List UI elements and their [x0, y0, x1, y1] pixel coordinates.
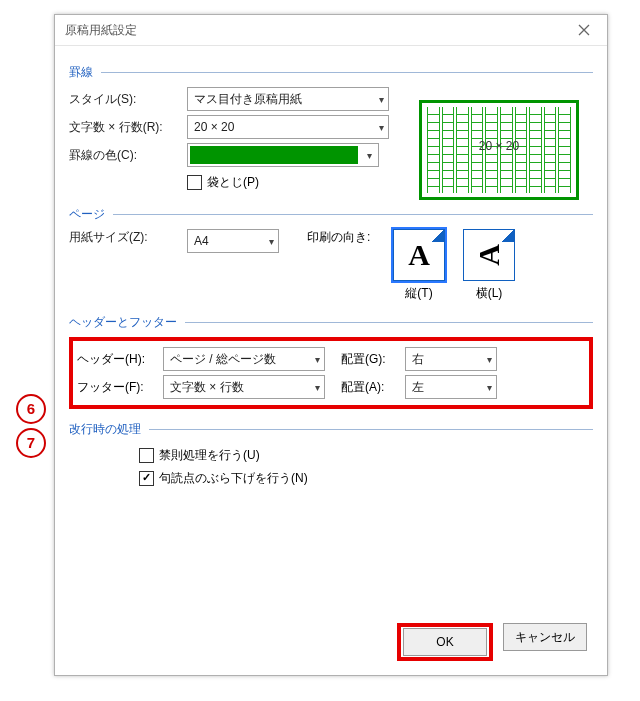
orientation-portrait[interactable]: A [393, 229, 445, 281]
grid-preview-label: 20 × 20 [422, 139, 576, 153]
footer-align-select[interactable]: 左 ▾ [405, 375, 497, 399]
paper-size-value: A4 [194, 234, 209, 248]
checkbox-icon [139, 448, 154, 463]
header-value: ページ / 総ページ数 [170, 351, 276, 368]
close-icon[interactable] [567, 19, 601, 41]
orientation-landscape[interactable]: A [463, 229, 515, 281]
cancel-button[interactable]: キャンセル [503, 623, 587, 651]
grid-preview: 20 × 20 [419, 100, 579, 200]
kinsoku-label: 禁則処理を行う(U) [159, 447, 260, 464]
checkbox-checked-icon [139, 471, 154, 486]
grid-select[interactable]: 20 × 20 ▾ [187, 115, 389, 139]
gutter-binding-label: 袋とじ(P) [207, 174, 259, 191]
chevron-down-icon: ▾ [269, 236, 274, 247]
group-header-footer: ヘッダーとフッター [69, 314, 177, 331]
annotation-redbox-ok: OK [397, 623, 493, 661]
header-label: ヘッダー(H): [77, 351, 163, 368]
grid-value: 20 × 20 [194, 120, 234, 134]
paper-size-label: 用紙サイズ(Z): [69, 229, 187, 246]
footer-align-label: 配置(A): [341, 379, 405, 396]
chevron-down-icon: ▾ [487, 382, 492, 393]
genkou-settings-dialog: 原稿用紙設定 罫線 スタイル(S): マス目付き原稿用紙 ▾ 文字数 × 行数(… [54, 14, 608, 676]
checkbox-icon [187, 175, 202, 190]
footer-align-value: 左 [412, 379, 424, 396]
group-linebreak: 改行時の処理 [69, 421, 141, 438]
orientation-landscape-label: 横(L) [463, 285, 515, 302]
header-align-label: 配置(G): [341, 351, 405, 368]
style-select[interactable]: マス目付き原稿用紙 ▾ [187, 87, 389, 111]
chevron-down-icon: ▾ [379, 94, 384, 105]
line-color-label: 罫線の色(C): [69, 147, 187, 164]
hanging-punct-checkbox[interactable]: 句読点のぶら下げを行う(N) [139, 470, 308, 487]
ok-button[interactable]: OK [403, 628, 487, 656]
dialog-title: 原稿用紙設定 [65, 22, 567, 39]
gutter-binding-checkbox[interactable]: 袋とじ(P) [187, 174, 259, 191]
header-align-value: 右 [412, 351, 424, 368]
callout-7: 7 [16, 428, 46, 458]
letter-a-icon: A [408, 238, 430, 272]
hanging-punct-label: 句読点のぶら下げを行う(N) [159, 470, 308, 487]
chevron-down-icon: ▾ [360, 150, 378, 161]
letter-a-icon: A [472, 244, 506, 266]
color-swatch [190, 146, 358, 164]
style-value: マス目付き原稿用紙 [194, 91, 302, 108]
kinsoku-checkbox[interactable]: 禁則処理を行う(U) [139, 447, 260, 464]
paper-size-select[interactable]: A4 ▾ [187, 229, 279, 253]
header-select[interactable]: ページ / 総ページ数 ▾ [163, 347, 325, 371]
orientation-label: 印刷の向き: [307, 229, 375, 246]
group-ruled-lines: 罫線 [69, 64, 93, 81]
style-label: スタイル(S): [69, 91, 187, 108]
chevron-down-icon: ▾ [315, 382, 320, 393]
chevron-down-icon: ▾ [315, 354, 320, 365]
annotation-redbox-hf: ヘッダー(H): ページ / 総ページ数 ▾ 配置(G): 右 ▾ フッター(F… [69, 337, 593, 409]
line-color-select[interactable]: ▾ [187, 143, 379, 167]
grid-label: 文字数 × 行数(R): [69, 119, 187, 136]
footer-value: 文字数 × 行数 [170, 379, 244, 396]
footer-label: フッター(F): [77, 379, 163, 396]
page-fold-icon [432, 230, 444, 242]
orientation-portrait-label: 縦(T) [393, 285, 445, 302]
group-page: ページ [69, 206, 105, 223]
callout-6: 6 [16, 394, 46, 424]
page-fold-icon [502, 230, 514, 242]
header-align-select[interactable]: 右 ▾ [405, 347, 497, 371]
footer-select[interactable]: 文字数 × 行数 ▾ [163, 375, 325, 399]
chevron-down-icon: ▾ [487, 354, 492, 365]
chevron-down-icon: ▾ [379, 122, 384, 133]
